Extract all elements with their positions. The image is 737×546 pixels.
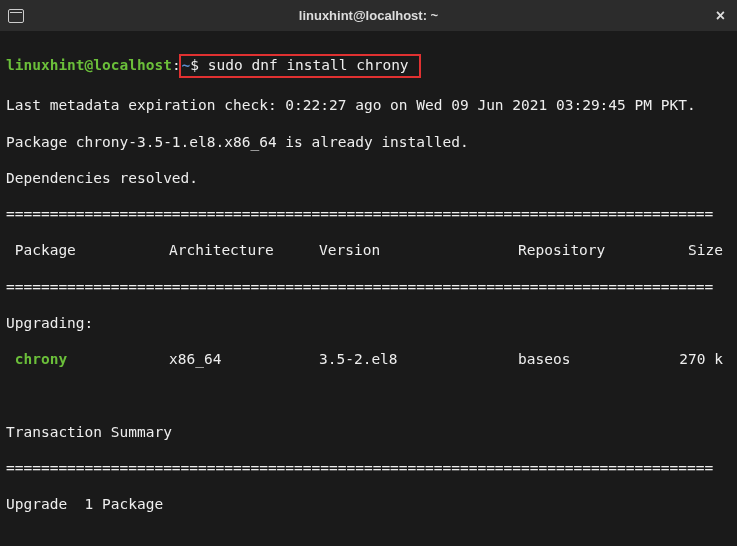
- header-package: Package: [6, 241, 169, 259]
- output-metadata: Last metadata expiration check: 0:22:27 …: [6, 96, 731, 114]
- terminal-body[interactable]: linuxhint@localhost:~$ sudo dnf install …: [0, 32, 737, 546]
- row-size: 270 k: [673, 350, 723, 368]
- table-header: PackageArchitectureVersionRepositorySize: [6, 241, 731, 259]
- close-button[interactable]: ×: [712, 7, 729, 25]
- terminal-icon: [8, 9, 24, 23]
- header-version: Version: [319, 241, 518, 259]
- prompt-dollar: $: [190, 57, 199, 73]
- header-architecture: Architecture: [169, 241, 319, 259]
- upgrade-count: Upgrade 1 Package: [6, 495, 731, 513]
- header-repository: Repository: [518, 241, 673, 259]
- header-size: Size: [673, 241, 723, 259]
- row-arch: x86_64: [169, 350, 319, 368]
- command-highlight: ~$ sudo dnf install chrony: [179, 54, 422, 78]
- rule-mid: ========================================…: [6, 278, 731, 296]
- window-titlebar: linuxhint@localhost: ~ ×: [0, 0, 737, 32]
- window-title: linuxhint@localhost: ~: [299, 8, 438, 23]
- command-text: sudo dnf install chrony: [199, 57, 417, 73]
- prompt-user-host: linuxhint@localhost: [6, 57, 172, 73]
- output-already-installed: Package chrony-3.5-1.el8.x86_64 is alrea…: [6, 133, 731, 151]
- table-row: chronyx86_643.5-2.el8baseos270 k: [6, 350, 731, 368]
- row-package: chrony: [6, 350, 169, 368]
- rule-bottom: ========================================…: [6, 459, 731, 477]
- row-version: 3.5-2.el8: [319, 350, 518, 368]
- output-deps: Dependencies resolved.: [6, 169, 731, 187]
- blank-row: [6, 531, 731, 546]
- section-upgrading: Upgrading:: [6, 314, 731, 332]
- blank-row: [6, 386, 731, 404]
- titlebar-left: [8, 9, 24, 23]
- prompt-line: linuxhint@localhost:~$ sudo dnf install …: [6, 54, 731, 78]
- rule-top: ========================================…: [6, 205, 731, 223]
- row-repo: baseos: [518, 350, 673, 368]
- transaction-summary: Transaction Summary: [6, 423, 731, 441]
